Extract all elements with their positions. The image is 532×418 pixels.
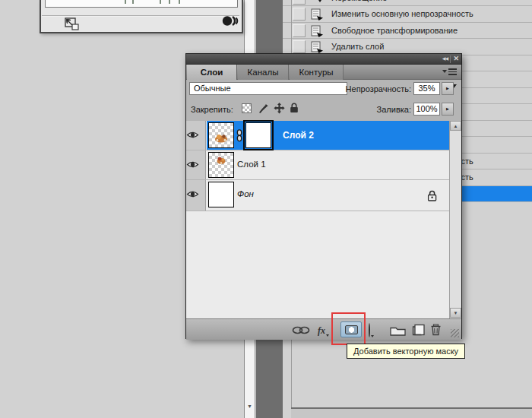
history-state-icon (311, 8, 324, 21)
layer-row-sloy1[interactable]: Слой 1 (186, 150, 449, 180)
layers-list: Слой 2 Слой 1 (186, 121, 461, 318)
layer-thumbnail[interactable] (208, 152, 234, 178)
layer-style-button[interactable]: fx (318, 323, 329, 337)
lock-move-icon[interactable] (274, 103, 285, 115)
layers-panel: ◀◀ ✕ Слои Каналы Контуры Обычные Непрозр… (185, 53, 462, 339)
fill-label: Заливка: (377, 105, 411, 114)
lock-paint-icon[interactable] (258, 103, 269, 115)
history-row[interactable]: Перемещение (283, 0, 532, 6)
fill-field[interactable]: 100% (413, 103, 440, 116)
history-row[interactable]: Свободное трансформирование (283, 23, 532, 40)
visibility-cell[interactable] (186, 121, 206, 150)
collapse-to-icons-button[interactable]: ◀◀ (442, 55, 448, 61)
opacity-spinner-button[interactable]: ▶ (442, 82, 454, 95)
eye-icon (186, 190, 199, 198)
tick-mark (179, 0, 180, 4)
lock-label: Закрепить: (191, 105, 233, 114)
panel-tabbar: Слои Каналы Контуры (186, 65, 461, 80)
adjustment-circle-icon (369, 323, 370, 337)
tick-mark (125, 0, 126, 4)
panel-resize-grip[interactable] (451, 329, 459, 337)
layer-lock-icon (427, 190, 437, 201)
tooltip: Добавить векторную маску (347, 344, 465, 359)
layer-thumbnail[interactable] (208, 122, 234, 148)
new-layer-button[interactable] (412, 324, 425, 336)
panel-controls: Обычные Непрозрачность: 35% ▶ Закрепить:… (186, 80, 461, 121)
layer-thumbnail[interactable] (208, 182, 234, 207)
history-source-checkbox[interactable] (293, 24, 306, 37)
close-icon[interactable]: ✕ (453, 55, 459, 62)
layer-name[interactable]: Слой 1 (237, 160, 266, 169)
fill-spinner-button[interactable]: ▶ (442, 103, 454, 116)
delete-layer-button[interactable] (430, 323, 442, 336)
layer-mask-thumbnail[interactable] (245, 122, 271, 148)
visibility-cell[interactable] (186, 180, 206, 211)
divider (42, 15, 239, 16)
mask-link-icon[interactable] (236, 129, 242, 142)
panel-menu-icon[interactable] (442, 68, 457, 77)
background-panel-fragment (40, 0, 243, 33)
layer-name[interactable]: Слой 2 (283, 130, 314, 141)
history-row[interactable]: Изменить основную непрозрачность (283, 6, 532, 23)
eye-icon (186, 160, 199, 169)
tab-channels[interactable]: Каналы (238, 65, 289, 80)
scroll-down-arrow-icon[interactable]: ▼ (245, 404, 255, 409)
tick-mark (160, 0, 161, 4)
link-layers-button[interactable] (292, 326, 310, 334)
eye-icon (186, 131, 199, 139)
photoshop-workspace: Перемещение Изменить основную непрозрачн… (0, 0, 532, 418)
lock-transparency-icon[interactable] (242, 103, 252, 115)
move-tool-icon (311, 0, 325, 3)
tab-paths[interactable]: Контуры (290, 65, 344, 80)
tick-mark (169, 0, 170, 4)
history-state-icon (311, 41, 324, 53)
layer-row-fon[interactable]: Фон (186, 180, 449, 211)
scale-preview-icon[interactable] (61, 17, 80, 30)
history-source-checkbox[interactable] (293, 8, 306, 21)
panel-fragment-field (45, 0, 238, 8)
history-row-label: Удалить слой (331, 42, 384, 51)
visibility-cell[interactable] (186, 150, 206, 179)
history-source-checkbox[interactable] (293, 40, 306, 53)
opacity-label: Непрозрачность: (346, 84, 411, 93)
contrast-circles-icon[interactable] (222, 15, 239, 27)
history-row-label: Свободное трансформирование (331, 26, 458, 35)
history-source-checkbox[interactable] (293, 0, 306, 5)
lock-all-icon[interactable] (290, 103, 299, 115)
layer-name[interactable]: Фон (237, 189, 254, 198)
history-panel-bottom-edge (291, 407, 532, 418)
divider (450, 55, 451, 63)
history-state-icon (311, 25, 324, 37)
layers-scrollbar[interactable]: ▲ ▼ (449, 121, 461, 318)
new-group-button[interactable] (390, 325, 406, 336)
chevron-down-icon (326, 334, 329, 337)
history-row-label: Изменить основную непрозрачность (331, 9, 473, 18)
tab-layers[interactable]: Слои (187, 65, 237, 80)
opacity-field[interactable]: 35% (413, 82, 440, 95)
history-row-label: Перемещение (331, 0, 387, 2)
highlight-red-box (331, 312, 366, 345)
scroll-down-arrow-icon[interactable]: ▼ (450, 308, 461, 318)
scroll-up-arrow-icon[interactable]: ▲ (450, 121, 461, 131)
panel-footer: fx (186, 318, 461, 340)
tick-mark (132, 0, 134, 4)
blend-mode-select[interactable]: Обычные (189, 82, 347, 95)
panel-titlebar[interactable]: ◀◀ ✕ (186, 54, 461, 65)
chevron-down-icon (371, 335, 374, 337)
layer-row-sloy2[interactable]: Слой 2 (186, 121, 449, 150)
adjustment-layer-button[interactable] (369, 324, 374, 337)
